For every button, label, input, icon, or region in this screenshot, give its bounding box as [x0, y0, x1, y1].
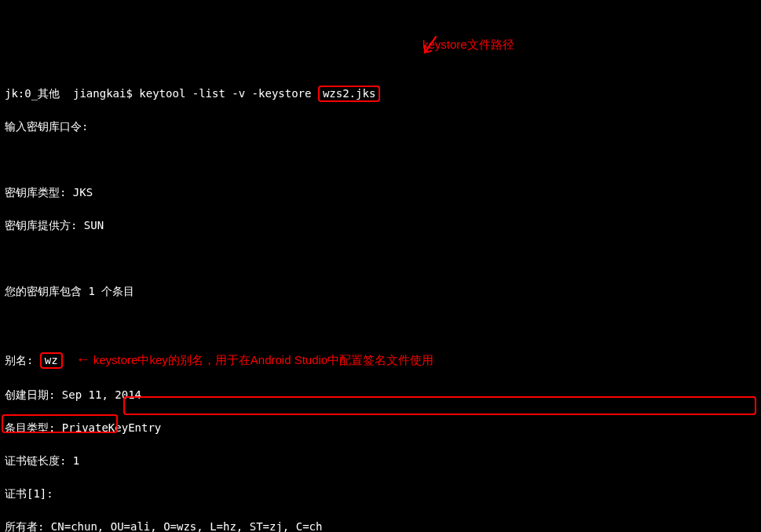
owner-line: 所有者: CN=chun, OU=ali, O=wzs, L=hz, ST=zj… [5, 519, 756, 532]
prompt-line: jk:0_其他 jiangkai$ keytool -list -v -keys… [5, 86, 756, 102]
sha256-highlight-box-1 [123, 396, 756, 415]
prompt-user: jiangkai$ [73, 87, 133, 100]
entry-count-line: 您的密钥库包含 1 个条目 [5, 283, 756, 300]
blank-line-2 [5, 250, 756, 267]
alias-line: 别名: wz ← keystore中key的别名，用于在Android Stud… [5, 349, 756, 370]
terminal-output: jk:0_其他 jiangkai$ keytool -list -v -keys… [5, 69, 756, 532]
keystore-provider-line: 密钥库提供方: SUN [5, 217, 756, 234]
keystore-path-annotation: keystore文件路径 [423, 36, 514, 54]
cert-chain-length-line: 证书链长度: 1 [5, 453, 756, 469]
alias-value-box: wz [40, 352, 63, 369]
arrow-left-icon: ← keystore中key的别名，用于在Android Studio中配置签名… [76, 353, 434, 366]
prompt-command: keytool -list -v -keystore [139, 87, 318, 100]
cert-index-line: 证书[1]: [5, 486, 756, 502]
alias-annotation: keystore中key的别名，用于在Android Studio中配置签名文件… [93, 353, 434, 366]
keystore-type-line: 密钥库类型: JKS [5, 184, 756, 201]
sha256-highlight-box-2 [2, 414, 118, 433]
alias-label: 别名: [5, 354, 40, 366]
alias-value: wz [45, 354, 58, 366]
blank-line [5, 151, 756, 168]
blank-line-3 [5, 316, 756, 333]
enter-password-line: 输入密钥库口令: [5, 118, 756, 135]
keystore-file: wzs2.jks [323, 87, 375, 100]
prompt-session: jk:0_其他 [5, 87, 60, 100]
keystore-file-box: wzs2.jks [318, 86, 380, 102]
